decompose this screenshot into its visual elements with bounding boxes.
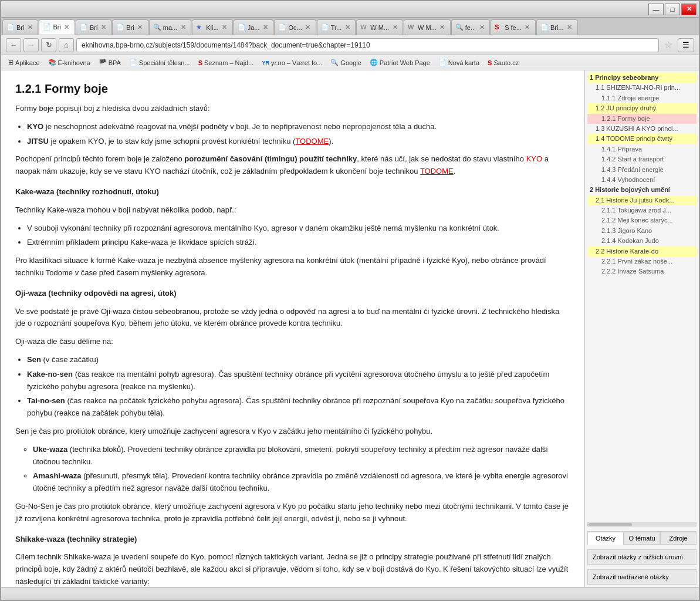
tab-12-icon: 🔍 xyxy=(455,23,464,32)
toc-item-18[interactable]: 2.2 Historie Karate-do xyxy=(587,247,696,256)
toc-item-11[interactable]: 1.4.4 Vyhodnocení xyxy=(587,175,696,185)
tab-5[interactable]: 🔍 ma... ✕ xyxy=(149,19,191,35)
sidebar-tab-zdroje[interactable]: Zdroje xyxy=(660,532,696,545)
toc-item-4[interactable]: 1.2 JU principy druhý xyxy=(587,103,696,113)
toc-item-7[interactable]: 1.4 TODOME princip čtvrtý xyxy=(587,134,696,144)
toc-item-15[interactable]: 2.1.2 Meji konec starýc... xyxy=(587,215,696,225)
tab-3-icon: 📄 xyxy=(80,23,88,32)
toc-item-1[interactable]: 1 Principy sebeobrany xyxy=(587,73,696,83)
go-no-sen-desc: Go-No-Sen je čas pro protiútok obránce, … xyxy=(15,501,570,525)
toc-item-12[interactable]: 2 Historie bojových umění xyxy=(587,185,696,195)
toc-item-16[interactable]: 2.1.3 Jigoro Kano xyxy=(587,226,696,236)
toc-item-10[interactable]: 1.4.3 Předání energie xyxy=(587,165,696,175)
tab-4-close[interactable]: ✕ xyxy=(136,23,144,32)
bookmark-eknihovna[interactable]: 📚 E-knihovna xyxy=(45,57,94,69)
tab-6-label: Kli... xyxy=(206,24,218,31)
menu-button[interactable]: ☰ xyxy=(678,38,694,52)
oji-kake-item: Kake-no-sen (čas reakce na mentální pohy… xyxy=(27,369,570,393)
tab-11[interactable]: W W M... ✕ xyxy=(404,19,451,35)
toc-item-5[interactable]: 1.2.1 Formy boje xyxy=(587,114,696,124)
tab-8-close[interactable]: ✕ xyxy=(304,23,312,32)
tab-10[interactable]: W W M... ✕ xyxy=(356,19,403,35)
tab-3-close[interactable]: ✕ xyxy=(99,23,107,32)
tab-7[interactable]: 📄 Ja... ✕ xyxy=(234,19,274,35)
bookmark-seznam[interactable]: S Seznam – Najd... xyxy=(195,57,258,69)
tab-12-label: fe... xyxy=(465,24,476,31)
bookmark-bpa[interactable]: 🏴 BPA xyxy=(95,57,124,69)
bookmark-sauto[interactable]: S Sauto.cz xyxy=(484,57,522,69)
address-bar[interactable] xyxy=(76,38,659,52)
article-content[interactable]: 1.2.1 Formy boje Formy boje popisují boj… xyxy=(1,70,584,587)
tab-12[interactable]: 🔍 fe... ✕ xyxy=(451,19,490,35)
tab-9-close[interactable]: ✕ xyxy=(343,23,351,32)
tab-6-close[interactable]: ✕ xyxy=(221,23,229,32)
toc-item-3[interactable]: 1.1.1 Zdroje energie xyxy=(587,93,696,103)
tab-4-label: Bri xyxy=(126,24,134,31)
home-button[interactable]: ⌂ xyxy=(59,38,74,52)
toc-item-17[interactable]: 2.1.4 Kodokan Judo xyxy=(587,236,696,246)
show-parent-questions-button[interactable]: Zobrazit nadřazené otázky xyxy=(587,569,696,585)
bookmark-special[interactable]: 📄 Speciální tělesn... xyxy=(126,57,194,69)
tab-9[interactable]: 📄 Tr... ✕ xyxy=(317,19,356,35)
toc-label-11: 1.4.4 Vyhodnocení xyxy=(601,176,655,183)
sidebar-scrollbar[interactable] xyxy=(587,522,696,526)
toc-label-7: 1.4 TODOME princip čtvrtý xyxy=(596,135,672,142)
forward-button[interactable]: → xyxy=(23,38,39,52)
tab-10-close[interactable]: ✕ xyxy=(391,23,399,32)
oji-waza-list: Sen (v čase začátku) Kake-no-sen (čas re… xyxy=(27,354,570,420)
sidebar-tab-tematu[interactable]: O tématu xyxy=(624,532,660,545)
tab-13[interactable]: S S fe... ✕ xyxy=(491,19,536,35)
tab-6-icon: ★ xyxy=(196,23,204,32)
show-lower-questions-button[interactable]: Zobrazit otázky z nižších úrovní xyxy=(587,549,696,565)
kyo-list-item-2: JITSU je opakem KYO, je to stav kdy jsme… xyxy=(27,136,570,148)
back-button[interactable]: ← xyxy=(6,38,21,52)
reload-button[interactable]: ↻ xyxy=(41,38,56,52)
tab-14[interactable]: 📄 Bri... ✕ xyxy=(536,19,578,35)
bookmark-yr-icon: YR xyxy=(262,60,269,66)
article-title: 1.2.1 Formy boje xyxy=(15,82,570,96)
toc-label-18: 2.2 Historie Karate-do xyxy=(596,248,658,255)
oji-tai-item: Tai-no-sen (čas reakce na počátek fyzick… xyxy=(27,395,570,420)
tab-bar: 📄 Bri ✕ 📄 Bri ✕ 📄 Bri ✕ 📄 Bri ✕ 🔍 ma... … xyxy=(1,18,699,35)
close-button[interactable]: ✕ xyxy=(681,4,696,15)
window-controls: — □ ✕ xyxy=(648,4,696,15)
bookmark-aplikace[interactable]: ⊞ Aplikace xyxy=(5,57,43,69)
toc-item-14[interactable]: 2.1.1 Tokugawa zrod J... xyxy=(587,205,696,215)
tab-6[interactable]: ★ Kli... ✕ xyxy=(192,19,232,35)
tab-11-close[interactable]: ✕ xyxy=(438,23,447,32)
sidebar-scroll-thumb[interactable] xyxy=(589,523,632,526)
tab-3[interactable]: 📄 Bri ✕ xyxy=(76,19,111,35)
tab-1[interactable]: 📄 Bri ✕ xyxy=(2,19,38,35)
sidebar-tab-otazky-label: Otázky xyxy=(596,535,616,542)
tab-2[interactable]: 📄 Bri ✕ xyxy=(39,19,75,35)
bookmark-google[interactable]: 🔍 Google xyxy=(327,57,364,69)
toc-item-8[interactable]: 1.4.1 Příprava xyxy=(587,144,696,154)
toc-item-9[interactable]: 1.4.2 Start a transport xyxy=(587,154,696,164)
toc-item-20[interactable]: 2.2.2 Invaze Satsuma xyxy=(587,266,696,276)
tab-14-close[interactable]: ✕ xyxy=(566,23,574,32)
bookmark-yr[interactable]: YR yr.no – Været fo... xyxy=(258,57,326,69)
bookmark-seznam-label: Seznam – Najd... xyxy=(204,59,253,66)
tab-13-close[interactable]: ✕ xyxy=(523,23,532,32)
tab-1-close[interactable]: ✕ xyxy=(26,23,34,32)
bookmark-patriot[interactable]: 🌐 Patriot Web Page xyxy=(366,57,434,69)
tab-2-close[interactable]: ✕ xyxy=(63,23,71,31)
tab-4[interactable]: 📄 Bri ✕ xyxy=(112,19,148,35)
oji-waza-desc: Ve své podstatě je právě Oji-waza čistou… xyxy=(15,306,570,330)
sidebar-tab-otazky[interactable]: Otázky xyxy=(587,532,624,545)
toc-item-13[interactable]: 2.1 Historie Ju-jutsu Kodk... xyxy=(587,195,696,205)
toc-item-19[interactable]: 2.2.1 První zákaz noše... xyxy=(587,256,696,266)
maximize-button[interactable]: □ xyxy=(665,4,680,15)
tab-7-close[interactable]: ✕ xyxy=(261,23,269,32)
toc-item-2[interactable]: 1.1 SHIZEN-TAI-NO-RI prin... xyxy=(587,83,696,93)
toc-item-6[interactable]: 1.3 KUZUSHI A KYO princi... xyxy=(587,124,696,134)
shikake-waza-title: Shikake-waza (techniky strategie) xyxy=(15,534,570,546)
tab-12-close[interactable]: ✕ xyxy=(478,23,486,32)
tab-5-close[interactable]: ✕ xyxy=(179,23,187,32)
bookmark-nova-karta[interactable]: 📄 Nová karta xyxy=(435,57,483,69)
kake-waza-title: Kake-waza (techniky rozhodnutí, útoku) xyxy=(15,186,570,198)
bookmark-star-button[interactable]: ☆ xyxy=(661,38,675,52)
toc-label-16: 2.1.3 Jigoro Kano xyxy=(601,227,652,234)
tab-8[interactable]: 📄 Oc... ✕ xyxy=(274,19,316,35)
minimize-button[interactable]: — xyxy=(648,4,664,15)
